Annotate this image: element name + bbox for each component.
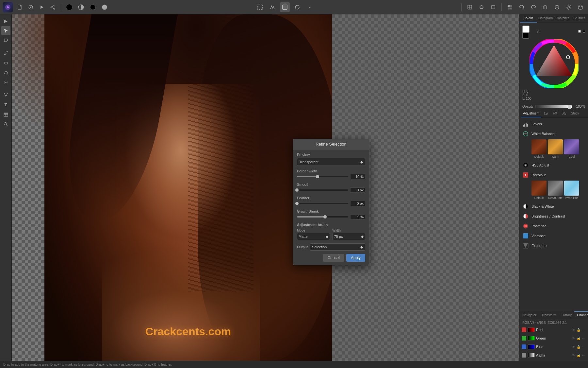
- tab-adjustment[interactable]: Adjustment: [521, 110, 541, 117]
- grid-btn[interactable]: [465, 2, 475, 12]
- opacity-slider[interactable]: [535, 105, 572, 108]
- output-dropdown[interactable]: Selection ◆: [310, 243, 365, 251]
- tab-stock[interactable]: Stock: [569, 110, 581, 117]
- share-btn[interactable]: [48, 3, 57, 12]
- adj-item-vibrance[interactable]: Vibrance: [520, 231, 588, 241]
- red-lock-icon[interactable]: 🔒: [576, 328, 581, 332]
- wb-thumb-cool[interactable]: [564, 139, 579, 154]
- blur-tool[interactable]: [1, 78, 10, 87]
- preview-dropdown[interactable]: Transparent ◆: [297, 158, 365, 166]
- vector-tool[interactable]: [1, 90, 10, 99]
- crop-tool[interactable]: [1, 36, 10, 45]
- rc-thumb-invert-hue[interactable]: [564, 181, 579, 196]
- grow-shrink-value[interactable]: 9 %: [350, 214, 365, 219]
- adj-item-recolour[interactable]: Recolour: [520, 170, 588, 180]
- adj-item-black-white[interactable]: Black & White: [520, 202, 588, 211]
- color-wheel-container[interactable]: [530, 39, 579, 88]
- adj-item-white-balance[interactable]: White Balance: [520, 129, 588, 139]
- open-file-btn[interactable]: [26, 3, 35, 12]
- width-dropdown[interactable]: 75 px ◆: [333, 233, 366, 240]
- channel-red[interactable]: Red 👁 🔒 ⋯: [520, 325, 588, 334]
- freehand-btn[interactable]: [268, 2, 277, 12]
- new-file-btn[interactable]: [15, 3, 24, 12]
- transform-btn[interactable]: [488, 2, 498, 12]
- dropdown-tool-btn[interactable]: [305, 2, 315, 12]
- alpha-more-icon[interactable]: ⋯: [581, 354, 586, 357]
- undo-history-btn[interactable]: [517, 2, 527, 12]
- color-cursor[interactable]: [566, 56, 570, 59]
- tab-navigator[interactable]: Navigator: [520, 311, 539, 319]
- green-more-icon[interactable]: ⋯: [581, 337, 586, 340]
- adj-item-hsl[interactable]: HSL Adjust: [520, 160, 588, 170]
- table-tool[interactable]: [1, 110, 10, 119]
- refine-btn[interactable]: [280, 2, 290, 12]
- tab-brushes[interactable]: Brushes: [571, 14, 588, 23]
- layers-btn[interactable]: [540, 2, 550, 12]
- tab-lyr[interactable]: Lyr: [542, 110, 550, 117]
- adj-item-levels[interactable]: Levels: [520, 119, 588, 129]
- white-swatch[interactable]: [578, 30, 581, 33]
- tab-channels[interactable]: Channels: [574, 311, 588, 319]
- tab-fx[interactable]: FX: [551, 110, 559, 117]
- alpha-visibility-icon[interactable]: 👁: [571, 354, 576, 357]
- smooth-track[interactable]: [297, 189, 348, 191]
- tab-histogram[interactable]: Histogram: [537, 14, 554, 23]
- color-wheel-btn[interactable]: [64, 2, 74, 12]
- rc-thumb-default[interactable]: [531, 181, 547, 196]
- green-visibility-icon[interactable]: 👁: [571, 337, 576, 340]
- rc-thumb-desaturate[interactable]: [548, 181, 563, 196]
- foreground-swatch[interactable]: [522, 26, 530, 33]
- blue-lock-icon[interactable]: 🔒: [576, 345, 581, 349]
- paint-tool[interactable]: [1, 48, 10, 58]
- adj-item-exposure[interactable]: Exposure: [520, 241, 588, 251]
- color-wheel-svg[interactable]: [530, 39, 579, 88]
- smooth-value[interactable]: 0 px: [350, 187, 365, 193]
- tab-transform[interactable]: Transform: [539, 311, 559, 319]
- channel-green[interactable]: Green 👁 🔒 ⋯: [520, 334, 588, 342]
- background-swatch[interactable]: [522, 32, 529, 39]
- selection-mode-btn[interactable]: [292, 2, 302, 12]
- grow-shrink-track[interactable]: [297, 216, 348, 218]
- black-swatch[interactable]: [583, 30, 585, 33]
- blue-visibility-icon[interactable]: 👁: [571, 345, 576, 349]
- text-tool[interactable]: T: [1, 100, 10, 109]
- channel-alpha[interactable]: Alpha 👁 🔒 ⋯: [520, 351, 588, 359]
- fill-tool[interactable]: [1, 68, 10, 77]
- red-visibility-icon[interactable]: 👁: [571, 328, 576, 332]
- tab-sty[interactable]: Sty: [560, 110, 568, 117]
- pointer-tool[interactable]: ▶: [1, 16, 10, 26]
- wb-thumb-warm[interactable]: [548, 139, 563, 154]
- adj-item-brightness-contrast[interactable]: Brightness / Contrast: [520, 211, 588, 221]
- swap-colors-btn[interactable]: ⇄: [537, 30, 539, 33]
- border-width-value[interactable]: 10 %: [350, 174, 365, 179]
- green-lock-icon[interactable]: 🔒: [576, 337, 581, 340]
- wb-thumb-default[interactable]: [531, 139, 547, 154]
- border-width-track[interactable]: [297, 176, 348, 177]
- view-mode-btn[interactable]: [552, 2, 562, 12]
- feather-track[interactable]: [297, 203, 348, 204]
- tone-btn[interactable]: [100, 2, 109, 12]
- erase-tool[interactable]: [1, 58, 10, 67]
- alpha-lock-icon[interactable]: 🔒: [576, 354, 581, 357]
- zoom-tool[interactable]: [1, 120, 10, 129]
- redo-btn[interactable]: [529, 2, 538, 12]
- play-btn[interactable]: [37, 3, 46, 12]
- tab-history[interactable]: History: [559, 311, 574, 319]
- adj-item-posterise[interactable]: Posterise: [520, 221, 588, 231]
- publish-btn[interactable]: [576, 2, 585, 12]
- mode-dropdown[interactable]: Matte ◆: [297, 233, 330, 240]
- tab-colour[interactable]: Colour: [520, 14, 537, 23]
- blue-more-icon[interactable]: ⋯: [581, 345, 586, 349]
- apply-button[interactable]: Apply: [346, 254, 365, 262]
- hsl-btn[interactable]: [88, 2, 98, 12]
- personas-btn[interactable]: [505, 2, 515, 12]
- contrast-btn[interactable]: [76, 2, 86, 12]
- tab-swatches[interactable]: Swatches: [554, 14, 571, 23]
- canvas-area[interactable]: Crackcents.com Refine Selection Preview …: [12, 14, 519, 361]
- rect-select-btn[interactable]: [255, 2, 265, 12]
- selection-tool[interactable]: [1, 26, 10, 35]
- red-more-icon[interactable]: ⋯: [581, 328, 586, 332]
- settings-btn[interactable]: [564, 2, 574, 12]
- feather-value[interactable]: 0 px: [350, 201, 365, 206]
- channel-blue[interactable]: Blue 👁 🔒 ⋯: [520, 342, 588, 351]
